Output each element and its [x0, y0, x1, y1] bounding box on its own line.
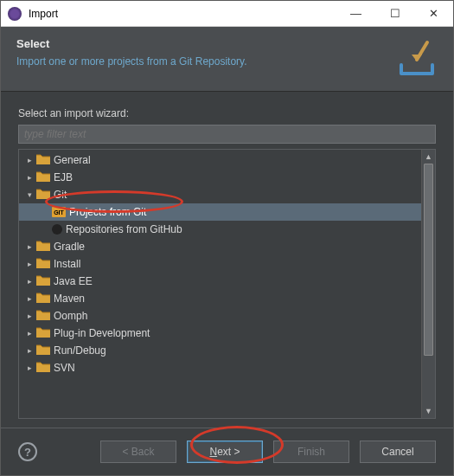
tree-item[interactable]: ▸General — [19, 151, 421, 169]
tree-item-label: Gradle — [54, 241, 85, 253]
folder-icon — [36, 257, 50, 271]
folder-icon — [36, 326, 50, 340]
window-title: Import — [29, 8, 336, 20]
tree-item[interactable]: ▸EJB — [19, 169, 421, 186]
chevron-right-icon[interactable]: ▸ — [24, 329, 35, 338]
tree-item-label: Run/Debug — [54, 344, 106, 357]
maximize-button[interactable]: ☐ — [375, 1, 414, 26]
chevron-right-icon[interactable]: ▸ — [24, 277, 35, 286]
chevron-down-icon[interactable]: ▾ — [24, 190, 35, 199]
tree-item-label: Repositories from GitHub — [66, 223, 182, 235]
help-button[interactable]: ? — [18, 442, 37, 461]
tree-item-label: General — [54, 154, 91, 166]
tree-item[interactable]: ▸Maven — [19, 290, 421, 307]
next-button[interactable]: Next > — [187, 441, 263, 463]
titlebar: Import — ☐ ✕ — [1, 1, 453, 27]
scroll-thumb[interactable] — [424, 164, 433, 356]
finish-button[interactable]: Finish — [273, 441, 349, 463]
chevron-right-icon[interactable]: ▸ — [24, 346, 35, 355]
folder-icon — [36, 274, 50, 288]
tree-item[interactable]: ▸Oomph — [19, 307, 421, 325]
scroll-up-button[interactable]: ▲ — [422, 150, 435, 164]
scroll-down-button[interactable]: ▼ — [422, 404, 435, 418]
tree-item[interactable]: ▸SVN — [19, 359, 421, 376]
cancel-label: Cancel — [381, 446, 413, 458]
cancel-button[interactable]: Cancel — [360, 441, 436, 463]
page-title: Select — [16, 37, 387, 50]
tree-item[interactable]: ▸Gradle — [19, 238, 421, 255]
folder-icon — [36, 240, 50, 254]
scroll-track[interactable] — [422, 164, 435, 404]
folder-icon — [36, 292, 50, 306]
finish-label: Finish — [297, 446, 325, 458]
wizard-label: Select an import wizard: — [18, 107, 436, 119]
eclipse-icon — [8, 7, 22, 21]
next-label: ext > — [217, 446, 240, 458]
chevron-right-icon[interactable]: ▸ — [24, 156, 35, 164]
next-label-u: N — [209, 446, 217, 458]
chevron-right-icon[interactable]: ▸ — [24, 312, 35, 320]
tree-item-label: Install — [54, 258, 80, 270]
tree-item[interactable]: ▸Java EE — [19, 273, 421, 290]
minimize-button[interactable]: — — [336, 1, 375, 26]
tree-item-label: EJB — [54, 171, 73, 183]
chevron-right-icon[interactable]: ▸ — [24, 173, 35, 182]
import-dialog: Import — ☐ ✕ Select Import one or more p… — [0, 0, 454, 476]
tree-item[interactable]: ▸Run/Debug — [19, 342, 421, 359]
tree-item[interactable]: ▾Git — [19, 186, 421, 203]
tree-item-label: SVN — [54, 362, 75, 374]
wizard-header: Select Import one or more projects from … — [1, 27, 453, 92]
page-description: Import one or more projects from a Git R… — [16, 55, 387, 68]
folder-icon — [36, 309, 50, 323]
folder-icon — [36, 188, 50, 202]
tree-item-label: Git — [54, 189, 67, 201]
chevron-right-icon[interactable]: ▸ — [24, 242, 35, 251]
tree-item[interactable]: ▸Plug-in Development — [19, 325, 421, 342]
import-tree[interactable]: ▸General▸EJB▾Git▸GITProjects from Git▸Re… — [19, 150, 421, 418]
import-icon — [396, 37, 438, 79]
tree-item-selected[interactable]: ▸GITProjects from Git — [19, 203, 421, 221]
chevron-right-icon[interactable]: ▸ — [24, 260, 35, 268]
git-icon: GIT — [52, 207, 66, 217]
close-button[interactable]: ✕ — [414, 1, 453, 26]
tree-item-label: Maven — [54, 293, 85, 305]
folder-icon — [36, 170, 50, 184]
tree-item-label: Plug-in Development — [54, 327, 150, 339]
folder-icon — [36, 344, 50, 357]
import-tree-container: ▸General▸EJB▾Git▸GITProjects from Git▸Re… — [18, 149, 436, 419]
tree-scrollbar[interactable]: ▲ ▼ — [421, 150, 435, 418]
tree-item-label: Java EE — [54, 275, 93, 287]
tree-item[interactable]: ▸Install — [19, 255, 421, 273]
filter-input[interactable] — [18, 125, 436, 144]
folder-icon — [36, 153, 50, 167]
chevron-right-icon[interactable]: ▸ — [24, 294, 35, 303]
folder-icon — [36, 361, 50, 375]
wizard-body: Select an import wizard: ▸General▸EJB▾Gi… — [1, 92, 453, 428]
wizard-footer: ? < Back Next > Finish Cancel — [1, 428, 453, 475]
back-label: < Back — [122, 446, 154, 458]
github-icon — [52, 224, 62, 235]
tree-item-label: Projects from Git — [69, 206, 146, 218]
back-button[interactable]: < Back — [100, 441, 176, 463]
tree-item-label: Oomph — [54, 310, 87, 322]
chevron-right-icon[interactable]: ▸ — [24, 363, 35, 372]
tree-item[interactable]: ▸Repositories from GitHub — [19, 221, 421, 238]
